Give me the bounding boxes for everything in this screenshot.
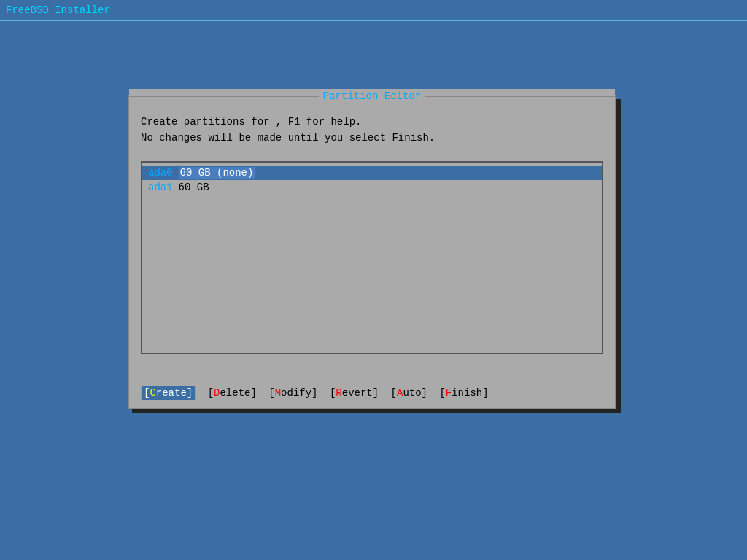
partition-editor-dialog: Partition Editor Create partitions for ,… [128, 95, 616, 409]
bracket-right: ] [422, 387, 427, 399]
btn-text-after: evert [342, 387, 373, 399]
btn-text-after: odify [281, 387, 311, 399]
partition-info: 60 GB (none) [179, 167, 255, 179]
btn-delete[interactable]: [Delete] [208, 387, 257, 399]
button-separator [260, 387, 266, 399]
partition-item[interactable]: ada160 GB [142, 180, 602, 195]
btn-text-after: elete [220, 387, 250, 399]
hotkey-letter: R [336, 387, 341, 399]
bracket-left: [ [208, 387, 214, 399]
partition-list[interactable]: ada060 GB (none)ada160 GB [141, 161, 603, 354]
bracket-left: [ [439, 387, 445, 399]
bracket-left: [ [391, 387, 397, 399]
hotkey-letter: A [397, 387, 403, 399]
dialog-title: Partition Editor [319, 90, 425, 102]
button-separator [321, 387, 327, 399]
hotkey-letter: D [214, 387, 220, 399]
btn-text-after: uto [403, 387, 421, 399]
bracket-right: ] [250, 387, 256, 399]
btn-auto[interactable]: [Auto] [391, 387, 427, 399]
app-title: FreeBSD Installer [6, 4, 110, 16]
dialog-content: Create partitions for , F1 for help. No … [129, 104, 615, 378]
dialog-titlebar: Partition Editor [129, 89, 615, 104]
btn-text-after: inish [452, 387, 482, 399]
partition-item[interactable]: ada060 GB (none) [142, 166, 602, 180]
btn-modify[interactable]: [Modify] [268, 387, 317, 399]
bracket-left: [ [330, 387, 336, 399]
button-separator [430, 387, 436, 399]
btn-revert[interactable]: [Revert] [330, 387, 379, 399]
description-line1: Create partitions for , F1 for help. [141, 114, 603, 130]
hotkey-letter: F [446, 387, 452, 399]
partition-info: 60 GB [179, 182, 209, 193]
button-bar: [Create] [Delete] [Modify] [Revert] [Aut… [129, 378, 615, 408]
description: Create partitions for , F1 for help. No … [141, 114, 603, 147]
partition-name: ada1 [148, 182, 173, 193]
bracket-left: [ [268, 387, 274, 399]
btn-create[interactable]: [Create] [141, 386, 196, 400]
button-separator [198, 387, 204, 399]
partition-name: ada0 [148, 167, 173, 179]
bracket-right: ] [311, 387, 317, 399]
hotkey-letter: M [275, 387, 281, 399]
bracket-right: ] [373, 387, 379, 399]
button-separator [382, 387, 387, 399]
top-bar: FreeBSD Installer [0, 0, 747, 20]
description-line2: No changes will be made until you select… [141, 130, 603, 146]
bracket-right: ] [482, 387, 488, 399]
hotkey-letter: C [150, 387, 155, 399]
btn-finish[interactable]: [Finish] [439, 387, 488, 399]
